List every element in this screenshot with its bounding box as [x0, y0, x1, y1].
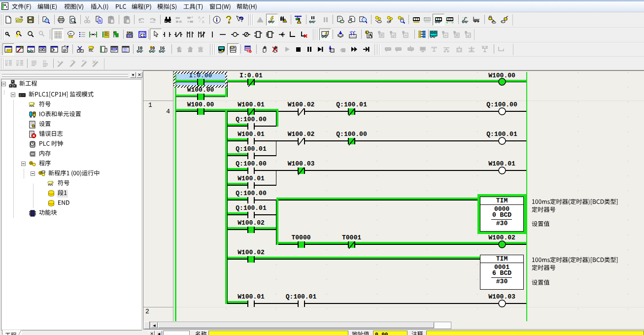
svg-text:A: A — [198, 16, 201, 19]
svg-text:B: B — [202, 20, 204, 24]
svg-text:w: w — [69, 32, 72, 35]
svg-text:10: 10 — [137, 45, 142, 51]
svg-text:10: 10 — [150, 45, 155, 51]
svg-text:16: 16 — [160, 45, 165, 51]
svg-text:002: 002 — [123, 50, 128, 53]
svg-text:CI: CI — [140, 34, 145, 38]
